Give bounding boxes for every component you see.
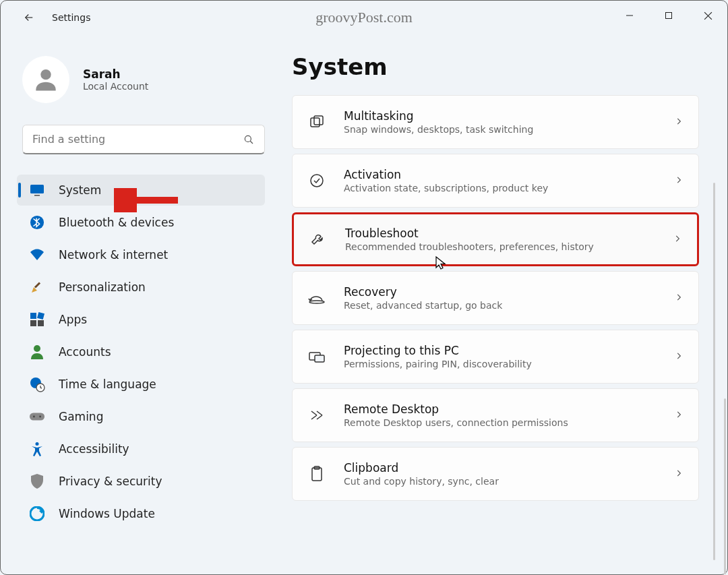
page-title: System [292,53,706,80]
globe-clock-icon [29,376,45,392]
sidebar-item-label: Accessibility [59,442,129,456]
sidebar-item-update[interactable]: Windows Update [17,498,265,529]
chevron-right-icon [674,116,684,129]
card-text: Troubleshoot Recommended troubleshooters… [345,226,673,252]
sidebar: Sarah Local Account System Bluetooth & [1,34,277,574]
svg-rect-14 [38,320,44,326]
sidebar-item-network[interactable]: Network & internet [17,239,265,270]
card-text: Activation Activation state, subscriptio… [344,168,674,193]
card-recovery[interactable]: Recovery Reset, advanced startup, go bac… [292,271,699,325]
sidebar-item-time-language[interactable]: Time & language [17,369,265,400]
close-icon [704,11,712,20]
svg-point-15 [34,345,40,352]
svg-rect-28 [315,355,324,362]
svg-rect-8 [34,195,40,196]
card-title: Troubleshoot [345,226,673,240]
card-title: Remote Desktop [344,402,674,416]
svg-point-20 [39,416,41,418]
watermark-text: groovyPost.com [315,9,413,26]
card-troubleshoot[interactable]: Troubleshoot Recommended troubleshooters… [292,212,699,266]
sidebar-item-label: Gaming [59,410,103,423]
checkmark-circle-icon [307,171,326,190]
card-projecting[interactable]: Projecting to this PC Permissions, pairi… [292,330,699,384]
chevron-right-icon [674,468,684,481]
sidebar-item-system[interactable]: System [17,175,265,206]
svg-rect-1 [666,13,672,19]
card-title: Multitasking [344,109,674,123]
sidebar-item-gaming[interactable]: Gaming [17,401,265,432]
sidebar-item-privacy[interactable]: Privacy & security [17,466,265,497]
settings-window: Settings groovyPost.com Sarah Local Acco… [0,0,728,575]
person-icon [29,344,45,360]
svg-rect-13 [30,320,36,326]
nav-list: System Bluetooth & devices Network & int… [17,175,270,529]
sidebar-item-label: Personalization [59,280,146,294]
sidebar-item-personalization[interactable]: Personalization [17,272,265,303]
avatar-placeholder-icon [31,65,61,94]
sidebar-item-apps[interactable]: Apps [17,304,265,335]
card-title: Recovery [344,285,674,299]
content-scrollbar[interactable] [724,398,726,574]
search-icon [243,133,255,146]
svg-rect-18 [30,413,44,420]
window-controls [610,1,727,30]
profile-block[interactable]: Sarah Local Account [17,53,270,119]
profile-subtitle: Local Account [83,81,148,92]
card-subtitle: Activation state, subscriptions, product… [344,183,674,193]
card-subtitle: Remote Desktop users, connection permiss… [344,417,674,428]
minimize-icon [626,11,634,20]
svg-rect-23 [311,118,320,127]
card-multitasking[interactable]: Multitasking Snap windows, desktops, tas… [292,95,699,149]
arrow-left-icon [23,11,35,24]
avatar [22,56,69,103]
card-text: Recovery Reset, advanced startup, go bac… [344,285,674,311]
card-clipboard[interactable]: Clipboard Cut and copy history, sync, cl… [292,447,699,501]
sidebar-item-bluetooth[interactable]: Bluetooth & devices [17,207,265,238]
minimize-button[interactable] [610,1,649,30]
apps-icon [29,311,45,328]
card-remote-desktop[interactable]: Remote Desktop Remote Desktop users, con… [292,388,699,442]
svg-rect-24 [314,116,323,125]
remote-desktop-icon [307,406,326,425]
sidebar-item-accounts[interactable]: Accounts [17,336,265,367]
bluetooth-icon [29,214,45,231]
card-activation[interactable]: Activation Activation state, subscriptio… [292,154,699,208]
back-button[interactable] [20,8,38,27]
svg-point-9 [30,216,44,229]
sidebar-item-label: Accounts [59,345,111,359]
sidebar-item-label: Windows Update [59,507,155,520]
accessibility-icon [29,441,45,457]
gamepad-icon [29,408,45,425]
chevron-right-icon [674,351,684,363]
svg-line-6 [250,141,253,144]
recovery-icon [307,289,326,307]
content-pane: System Multitasking Snap windows, deskto… [277,34,727,574]
card-subtitle: Cut and copy history, sync, clear [344,476,674,487]
card-text: Multitasking Snap windows, desktops, tas… [344,109,674,135]
card-subtitle: Permissions, pairing PIN, discoverabilit… [344,359,674,369]
nav: System Bluetooth & devices Network & int… [17,173,270,574]
svg-rect-11 [30,313,36,319]
card-text: Remote Desktop Remote Desktop users, con… [344,402,674,428]
card-title: Clipboard [344,461,674,475]
chevron-right-icon [674,175,684,187]
svg-point-21 [36,442,39,446]
svg-point-19 [33,416,35,418]
svg-rect-7 [30,185,44,193]
app-title: Settings [52,12,90,23]
card-subtitle: Recommended troubleshooters, preferences… [345,241,673,252]
svg-point-26 [309,301,324,303]
sidebar-item-label: Privacy & security [59,475,162,488]
maximize-icon [665,11,673,20]
settings-card-list: Multitasking Snap windows, desktops, tas… [292,95,706,574]
close-button[interactable] [688,1,727,30]
search-box[interactable] [22,125,265,154]
chevron-right-icon [673,233,682,246]
search-input[interactable] [32,133,243,146]
sidebar-item-accessibility[interactable]: Accessibility [17,433,265,464]
window-body: Sarah Local Account System Bluetooth & [1,34,727,574]
maximize-button[interactable] [649,1,688,30]
paintbrush-icon [29,279,45,295]
profile-name: Sarah [83,67,148,81]
wrench-icon [309,230,328,249]
